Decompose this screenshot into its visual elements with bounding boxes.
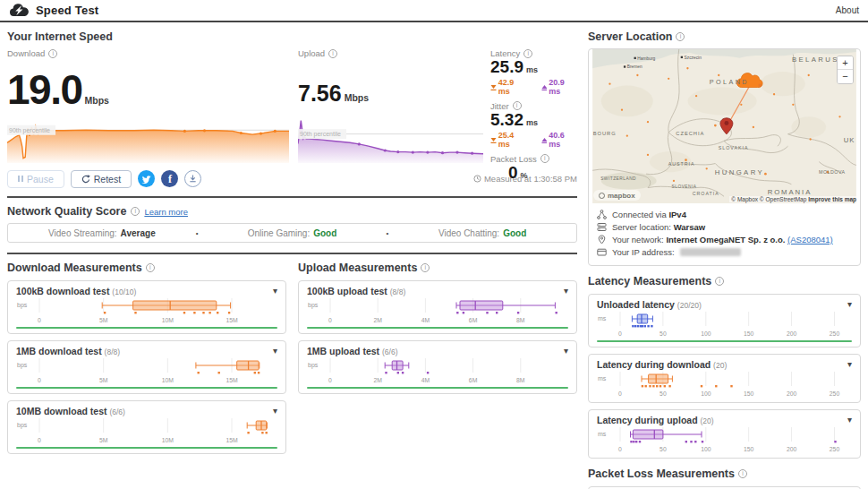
map-country-label: SWITZERLAND [600,176,636,181]
chevron-down-icon[interactable]: ▾ [564,347,568,356]
map-attribution: © Mapbox © OpenStreetMap Improve this ma… [729,196,858,202]
svg-text:0: 0 [618,446,622,452]
svg-text:50: 50 [660,330,667,337]
upload-number: 7.56 [298,81,342,106]
info-icon[interactable] [738,469,747,478]
map-country-label: SLOVENIA [672,184,697,189]
info-icon[interactable] [523,49,532,58]
internet-speed-heading: Your Internet Speed [7,30,577,43]
svg-text:0: 0 [38,377,41,383]
svg-text:5M: 5M [99,317,108,323]
chevron-down-icon[interactable]: ▾ [273,347,277,356]
svg-text:10M: 10M [162,317,174,323]
clock-icon [473,175,481,183]
network-icon [597,210,607,219]
about-link[interactable]: About [836,5,859,15]
svg-text:0: 0 [328,377,332,383]
video-streaming-score: Video Streaming: Average [8,228,196,238]
chevron-down-icon[interactable]: ▾ [847,416,852,425]
svg-text:90th percentile: 90th percentile [9,127,50,134]
map-city-marker [681,56,683,58]
retest-icon [81,175,90,184]
boxplot-chart: bps05M10M15M [16,417,277,444]
upload-label: Upload [298,48,325,58]
latency-value: 25.9ms [490,58,577,77]
svg-text:4M: 4M [421,317,430,323]
test-progress-bar [16,447,277,449]
divider [7,253,577,254]
info-icon[interactable] [676,32,685,41]
svg-text:100: 100 [701,330,711,337]
pause-button[interactable]: Pause [7,170,64,188]
map-city-label: Bremen [627,64,642,69]
share-twitter-button[interactable] [138,170,155,187]
map-zoom-controls: + − [837,56,854,84]
download-results-button[interactable] [184,170,201,187]
svg-text:bps: bps [17,422,28,429]
share-facebook-button[interactable]: f [161,170,178,187]
info-icon[interactable] [131,207,140,216]
chevron-down-icon[interactable]: ▾ [273,287,277,296]
measurement-count: (6/6) [109,408,124,416]
map-country-label: ROMANIA [768,188,813,196]
map-country-label: BELARUS [792,56,839,64]
svg-text:15M: 15M [226,437,238,443]
measurement-card: 100kB download test (10/10)▾bps05M10M15M [7,280,286,334]
download-indicator-icon [490,136,497,143]
chevron-down-icon[interactable]: ▾ [847,360,852,369]
svg-text:15M: 15M [226,377,238,383]
zoom-in-button[interactable]: + [838,56,853,70]
map-country-label: AUSTRIA [668,161,695,167]
measurement-title: Latency during download (20) [597,359,727,370]
pause-icon [18,176,23,182]
download-results-icon [189,175,197,183]
learn-more-link[interactable]: Learn more [144,207,188,217]
boxplot-chart: ms050100150200250 [597,371,852,398]
test-progress-bar [307,327,568,329]
jitter-during-download: 25.4 ms [490,131,527,149]
server-location-title: Server Location [588,30,672,43]
svg-text:ms: ms [598,315,607,322]
map[interactable]: BELARUSPOLANDCZECHIASLOVAKIAAUSTRIAHUNGA… [589,49,860,203]
jitter-block: Jitter 5.32ms 25.4 ms 40.6 ms [490,101,577,149]
svg-text:5M: 5M [99,437,108,443]
retest-button[interactable]: Retest [71,170,132,188]
map-city-marker [634,57,636,59]
upload-block: Upload 7.56Mbps 90th percentile [298,48,483,163]
chevron-down-icon[interactable]: ▾ [847,300,852,309]
boxplot-chart: bps02M4M6M8M [307,357,568,384]
twitter-icon [141,175,151,184]
svg-text:bps: bps [17,302,28,309]
improve-map-link[interactable]: Improve this map [808,196,856,202]
svg-text:10M: 10M [162,377,174,383]
measurement-count: (20) [701,416,714,425]
info-icon[interactable] [421,263,430,272]
svg-text:6M: 6M [469,317,478,323]
info-icon[interactable] [328,49,337,58]
network-quality-title: Network Quality Score [7,205,126,218]
svg-text:200: 200 [787,446,797,452]
latency-measurements-heading: Latency Measurements [588,275,861,287]
info-icon[interactable] [715,277,724,286]
svg-text:8M: 8M [516,377,525,383]
info-icon[interactable] [513,101,522,110]
boxplot-chart: bps05M10M15M [16,357,277,384]
download-measurements-heading: Download Measurements [7,262,286,274]
id-card-icon [597,247,607,257]
info-icon[interactable] [540,154,549,163]
asn-link[interactable]: (AS208041) [787,235,833,244]
download-measurements-column: Download Measurements 100kB download tes… [7,262,286,460]
chevron-down-icon[interactable]: ▾ [273,407,277,416]
download-number: 19.0 [7,66,82,113]
divider [7,196,577,198]
ip-address-redacted [680,248,741,256]
zoom-out-button[interactable]: − [838,70,853,83]
info-icon[interactable] [146,263,155,272]
measurement-card: 1MB upload test (6/6)▾bps02M4M6M8M [298,340,577,394]
svg-text:0: 0 [38,317,41,323]
mapbox-logo[interactable]: mapbox [593,190,641,201]
info-icon[interactable] [48,49,57,58]
svg-text:200: 200 [787,390,797,397]
svg-text:bps: bps [17,362,28,369]
chevron-down-icon[interactable]: ▾ [564,287,568,296]
